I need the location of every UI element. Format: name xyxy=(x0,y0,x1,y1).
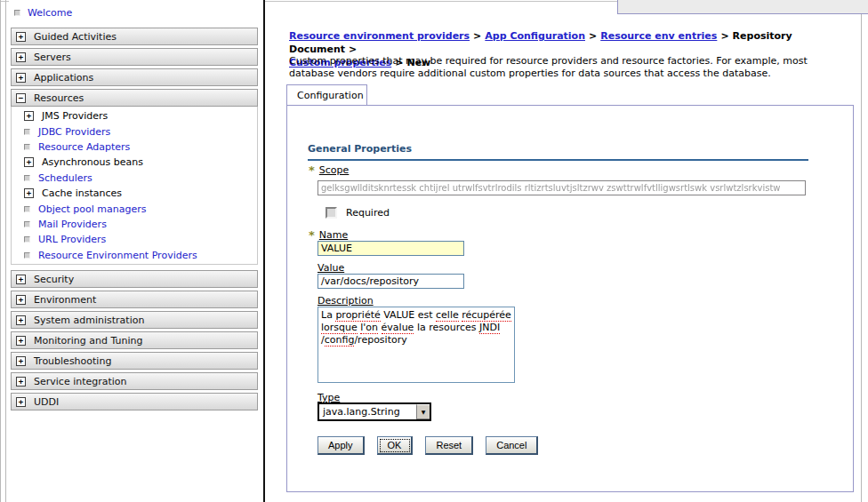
tab-configuration[interactable]: Configuration xyxy=(286,84,367,105)
sidebar-section-servers[interactable]: + Servers xyxy=(11,48,258,66)
sidebar-item-asynchronous-beans[interactable]: + Asynchronous beans xyxy=(24,155,257,170)
collapse-minus-icon[interactable]: − xyxy=(16,93,26,103)
breadcrumb-link-app-configuration[interactable]: App Configuration xyxy=(485,30,585,42)
sidebar-section-monitoring-and-tuning[interactable]: + Monitoring and Tuning xyxy=(11,331,258,349)
breadcrumb-separator: > xyxy=(473,30,481,42)
configuration-panel: General Properties * Scope gelksgwlldits… xyxy=(286,105,854,492)
sidebar-item-cache-instances[interactable]: + Cache instances xyxy=(24,186,257,201)
type-selected-value: java.lang.String xyxy=(319,406,416,418)
section-title: General Properties xyxy=(308,143,412,155)
page-description: Custom properties that may be required f… xyxy=(289,55,853,80)
bullet-icon xyxy=(14,10,20,16)
required-marker-icon: * xyxy=(309,231,315,240)
sidebar-section-applications[interactable]: + Applications xyxy=(11,68,258,86)
expand-plus-icon[interactable]: + xyxy=(24,188,34,198)
sidebar-section-label: Service integration xyxy=(34,376,127,387)
sidebar-section-resources[interactable]: − Resources xyxy=(11,89,258,107)
sidebar-item-label[interactable]: URL Providers xyxy=(38,234,106,245)
sidebar-item-url-providers[interactable]: URL Providers xyxy=(24,232,257,247)
expand-plus-icon[interactable]: + xyxy=(16,275,26,284)
sidebar-item-label[interactable]: Resource Environment Providers xyxy=(38,250,197,261)
sidebar-section-service-integration[interactable]: + Service integration xyxy=(11,372,258,390)
sidebar-section-label: Monitoring and Tuning xyxy=(34,335,143,347)
type-select[interactable]: java.lang.String ▼ xyxy=(317,402,431,421)
sidebar-section-label: Servers xyxy=(34,52,71,63)
dropdown-arrow-icon[interactable]: ▼ xyxy=(416,404,430,419)
sidebar-section-label: Security xyxy=(34,274,74,285)
scope-label-row: * Scope xyxy=(309,164,349,176)
sidebar-section-guided-activities[interactable]: + Guided Activities xyxy=(11,28,258,45)
sidebar-item-schedulers[interactable]: Schedulers xyxy=(24,171,257,186)
description-textarea[interactable]: La propriété VALUE est celle récupérée l… xyxy=(317,307,515,383)
value-label-row: Value xyxy=(317,262,344,274)
sidebar-section-uddi[interactable]: + UDDI xyxy=(11,393,258,410)
bullet-icon xyxy=(24,252,30,259)
expand-plus-icon[interactable]: + xyxy=(16,295,26,305)
required-marker-icon: * xyxy=(309,166,315,175)
ok-button[interactable]: OK xyxy=(377,436,414,455)
sidebar-item-label: Cache instances xyxy=(42,187,122,199)
expand-plus-icon[interactable]: + xyxy=(16,336,26,346)
sidebar-item-jms-providers[interactable]: + JMS Providers xyxy=(24,108,257,124)
sidebar-item-label[interactable]: Schedulers xyxy=(38,172,92,184)
scope-input[interactable]: gelksgwllditsknrtessk chtijrel utrwlfsvt… xyxy=(317,180,806,195)
name-label-row: * Name xyxy=(309,229,348,241)
bullet-icon xyxy=(24,221,30,227)
bullet-icon xyxy=(24,175,30,181)
expand-plus-icon[interactable]: + xyxy=(16,356,26,366)
value-input[interactable]: /var/docs/repository xyxy=(317,274,464,289)
sidebar-item-object-pool-managers[interactable]: Object pool managers xyxy=(24,201,257,216)
form-buttons: Apply OK Reset Cancel xyxy=(317,436,538,455)
sidebar-item-mail-providers[interactable]: Mail Providers xyxy=(24,217,257,232)
expand-plus-icon[interactable]: + xyxy=(16,315,26,325)
expand-plus-icon[interactable]: + xyxy=(24,111,34,121)
expand-plus-icon[interactable]: + xyxy=(16,73,26,83)
required-checkbox-label: Required xyxy=(346,207,390,219)
required-checkbox-row: Required xyxy=(326,207,390,219)
breadcrumb-separator: > xyxy=(589,30,597,42)
tab-label: Configuration xyxy=(297,90,364,101)
cancel-button[interactable]: Cancel xyxy=(486,436,538,455)
sidebar-divider xyxy=(263,0,265,502)
sidebar-item-jdbc-providers[interactable]: JDBC Providers xyxy=(24,124,257,139)
sidebar-section-environment[interactable]: + Environment xyxy=(11,291,258,308)
sidebar-item-resource-adapters[interactable]: Resource Adapters xyxy=(24,139,257,155)
sidebar-item-label[interactable]: Resource Adapters xyxy=(38,141,130,153)
scope-label: Scope xyxy=(319,164,350,176)
window-left-border-outer xyxy=(0,0,1,502)
sidebar-section-security[interactable]: + Security xyxy=(11,270,258,288)
expand-plus-icon[interactable]: + xyxy=(16,377,26,386)
name-label: Name xyxy=(319,229,348,241)
sidebar-item-welcome[interactable]: Welcome xyxy=(14,7,72,19)
required-checkbox[interactable] xyxy=(326,207,337,219)
sidebar-item-resource-environment-providers[interactable]: Resource Environment Providers xyxy=(24,248,257,263)
main-content: Resource environment providers>App Confi… xyxy=(280,0,863,502)
expand-plus-icon[interactable]: + xyxy=(24,157,34,167)
description-label-row: Description xyxy=(317,295,374,307)
expand-plus-icon[interactable]: + xyxy=(16,32,26,42)
expand-plus-icon[interactable]: + xyxy=(16,397,26,407)
sidebar-section-label: Applications xyxy=(34,72,93,84)
bullet-icon xyxy=(24,129,30,135)
breadcrumb-link-resource-environment-providers[interactable]: Resource environment providers xyxy=(289,30,470,42)
sidebar-item-label[interactable]: Mail Providers xyxy=(38,219,107,230)
sidebar-section-system-administration[interactable]: + System administration xyxy=(11,311,258,329)
window-left-border-inner xyxy=(5,0,6,502)
sidebar-nav: Welcome + Guided Activities + Servers + … xyxy=(9,0,263,502)
description-label: Description xyxy=(317,295,374,307)
sidebar-section-label: Guided Activities xyxy=(34,31,117,43)
sidebar-item-label[interactable]: Object pool managers xyxy=(38,203,147,215)
apply-button[interactable]: Apply xyxy=(317,436,365,455)
sidebar-item-label[interactable]: Welcome xyxy=(28,7,72,19)
sidebar-section-troubleshooting[interactable]: + Troubleshooting xyxy=(11,352,258,370)
expand-plus-icon[interactable]: + xyxy=(16,52,26,62)
name-input[interactable]: VALUE xyxy=(317,241,464,256)
breadcrumb-link-resource-env-entries[interactable]: Resource env entries xyxy=(600,30,717,42)
sidebar-section-label: Environment xyxy=(34,294,96,306)
sidebar-item-label[interactable]: JDBC Providers xyxy=(38,126,110,138)
reset-button[interactable]: Reset xyxy=(425,436,473,455)
breadcrumb-separator: > xyxy=(720,30,728,42)
breadcrumb-line-1: Resource environment providers>App Confi… xyxy=(289,29,858,56)
sidebar-section-label: Resources xyxy=(34,92,84,104)
sidebar-section-label: UDDI xyxy=(34,396,59,408)
